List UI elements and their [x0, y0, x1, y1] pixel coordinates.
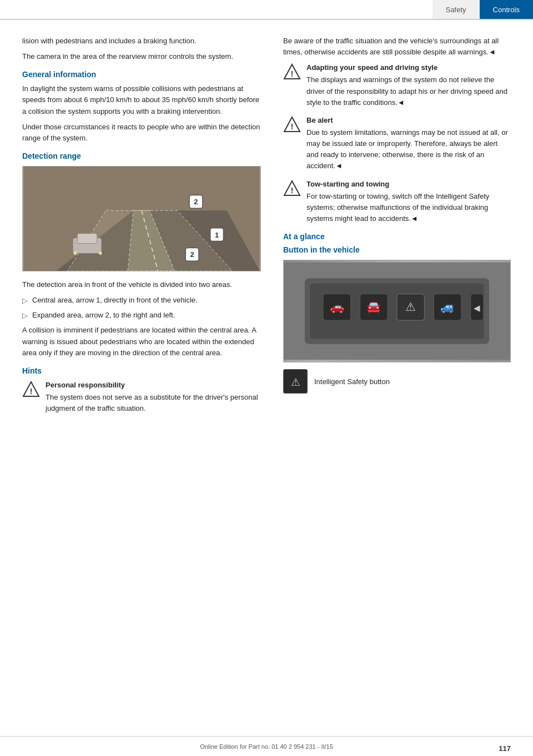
svg-text:!: !	[30, 387, 33, 396]
tab-safety[interactable]: Safety	[433, 0, 480, 19]
tab-controls-label: Controls	[493, 6, 520, 14]
isb-icon: ⚠	[283, 369, 308, 394]
detection-text: The detection area in front of the vehic…	[22, 279, 261, 290]
svg-point-7	[73, 251, 77, 255]
svg-text:⚠: ⚠	[405, 300, 416, 313]
warning-icon-alert: !	[283, 116, 301, 134]
warning-text-2: Be alert Due to system limitations, warn…	[306, 115, 511, 172]
isb-label: Intelligent Safety button	[314, 377, 390, 386]
svg-point-8	[99, 251, 102, 255]
svg-text:◀: ◀	[474, 303, 480, 313]
at-a-glance-heading: At a glance	[283, 232, 511, 241]
svg-rect-6	[77, 234, 97, 244]
svg-text:!: !	[291, 69, 294, 78]
svg-text:!: !	[291, 122, 294, 131]
warning-1-body: The displays and warnings of the system …	[306, 75, 507, 106]
warning-icon-1: !	[22, 381, 40, 399]
bullet-arrow-2: ▷	[22, 310, 28, 321]
warning-1-title: Adapting your speed and driving style	[306, 62, 511, 73]
hint-1-title: Personal responsibility	[46, 380, 261, 391]
warning-block-1: ! Adapting your speed and driving style …	[283, 62, 511, 108]
tab-controls[interactable]: Controls	[480, 0, 533, 19]
page-number: 117	[499, 744, 511, 753]
detection-range-image: 1 2 2	[22, 166, 261, 271]
warning-block-2: ! Be alert Due to system limitations, wa…	[283, 115, 511, 172]
bullet-text-1: Central area, arrow 1, directly in front…	[32, 295, 198, 306]
collision-text: A collision is imminent if pedestrians a…	[22, 325, 261, 358]
bullet-text-2: Expanded area, arrow 2, to the right and…	[32, 310, 175, 321]
warning-icon-towing: !	[283, 180, 301, 198]
svg-text:2: 2	[194, 198, 198, 206]
warning-3-body: For tow-starting or towing, switch off t…	[306, 192, 489, 223]
svg-text:1: 1	[215, 231, 219, 239]
warning-block-3: ! Tow-starting and towing For tow-starti…	[283, 179, 511, 225]
warning-text-3: Tow-starting and towing For tow-starting…	[306, 179, 511, 225]
footer-text: Online Edition for Part no. 01 40 2 954 …	[200, 743, 333, 750]
page-footer: Online Edition for Part no. 01 40 2 954 …	[0, 736, 533, 756]
general-info-p1: In daylight the system warns of possible…	[22, 83, 261, 117]
warning-icon-adapting: !	[283, 63, 301, 81]
hints-heading: Hints	[22, 366, 261, 375]
svg-text:🚗: 🚗	[330, 300, 345, 314]
warning-3-title: Tow-starting and towing	[306, 179, 511, 190]
hint-1-block: ! Personal responsibility The system doe…	[22, 380, 261, 414]
warning-2-body: Due to system limitations, warnings may …	[306, 128, 508, 170]
warning-text-1: Adapting your speed and driving style Th…	[306, 62, 511, 108]
svg-text:⚠: ⚠	[291, 376, 300, 388]
intro-text-2: The camera in the area of the rearview m…	[22, 51, 261, 62]
bullet-item-1: ▷ Central area, arrow 1, directly in fro…	[22, 295, 261, 306]
hint-1-text: Personal responsibility The system does …	[46, 380, 261, 414]
hint-1-body: The system does not serve as a substitut…	[46, 393, 258, 412]
warning-2-title: Be alert	[306, 115, 511, 126]
bullet-item-2: ▷ Expanded area, arrow 2, to the right a…	[22, 310, 261, 321]
detection-range-heading: Detection range	[22, 152, 261, 160]
svg-text:🚙: 🚙	[440, 300, 455, 314]
svg-text:🚘: 🚘	[366, 300, 381, 314]
intro-text-1: lision with pedestrians and includes a b…	[22, 36, 261, 47]
left-column: lision with pedestrians and includes a b…	[22, 36, 261, 421]
general-info-p2: Under those circumstances it reacts to p…	[22, 122, 261, 144]
svg-text:!: !	[291, 186, 294, 195]
svg-text:2: 2	[190, 250, 194, 259]
bullet-arrow-1: ▷	[22, 295, 28, 306]
tab-safety-label: Safety	[446, 6, 466, 14]
button-in-vehicle-heading: Button in the vehicle	[283, 245, 511, 254]
general-info-heading: General information	[22, 70, 261, 79]
page-header: Safety Controls	[0, 0, 533, 20]
isb-icon-container: ⚠ Intelligent Safety button	[283, 369, 511, 394]
right-intro-text: Be aware of the traffic situation and th…	[283, 36, 511, 58]
main-content: lision with pedestrians and includes a b…	[0, 20, 533, 443]
vehicle-image: 🚗 🚘 ⚠ 🚙 ◀	[283, 260, 511, 362]
header-tabs: Safety Controls	[433, 0, 533, 19]
right-column: Be aware of the traffic situation and th…	[278, 36, 511, 421]
